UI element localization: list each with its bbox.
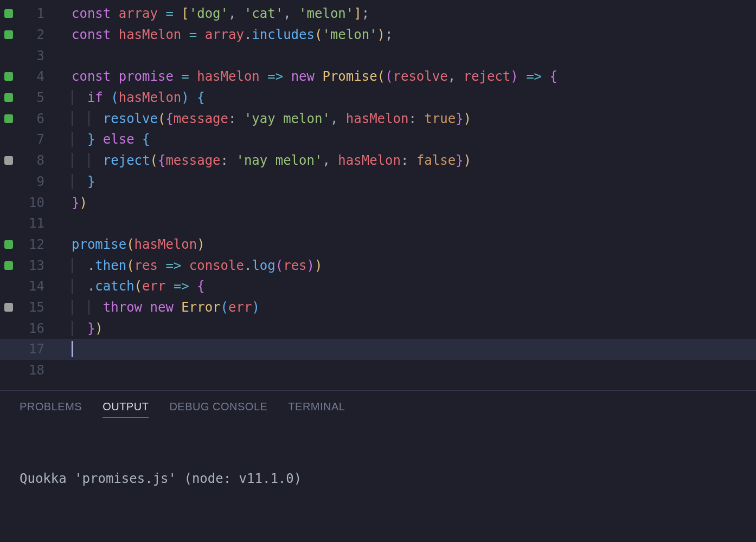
token-var: hasMelon (119, 27, 182, 42)
line-number: 7 (17, 132, 48, 147)
token-br-b: { (197, 90, 204, 105)
editor-line[interactable]: 15 throw new Error(err) (0, 297, 756, 318)
token-br-b: ) (181, 90, 189, 105)
code-content[interactable]: if (hasMelon) { (48, 90, 205, 105)
line-number: 12 (17, 237, 48, 252)
token-punc: : (408, 111, 424, 126)
code-content[interactable]: }) (48, 195, 87, 210)
indent-guide (72, 279, 73, 294)
code-content[interactable]: } else { (48, 132, 150, 147)
code-content[interactable]: const promise = hasMelon => new Promise(… (48, 69, 558, 84)
token-br-b: } (87, 174, 95, 189)
editor-line[interactable]: 14 .catch(err => { (0, 276, 756, 297)
token-fn: includes (252, 27, 315, 42)
editor-line[interactable]: 4const promise = hasMelon => new Promise… (0, 66, 756, 87)
editor-line[interactable]: 18 (0, 360, 756, 381)
code-content[interactable]: promise(hasMelon) (48, 237, 205, 252)
token-op: = (181, 69, 189, 84)
tab-terminal[interactable]: TERMINAL (288, 401, 345, 418)
token-punc (189, 69, 197, 84)
code-editor[interactable]: 1const array = ['dog', 'cat', 'melon'];2… (0, 0, 756, 390)
token-br-y: ( (377, 69, 385, 84)
code-content[interactable]: }) (48, 321, 103, 336)
token-kw: if (87, 90, 103, 105)
editor-line[interactable]: 2const hasMelon = array.includes('melon'… (0, 24, 756, 46)
editor-line[interactable]: 3 (0, 45, 756, 66)
editor-line[interactable]: 13 .then(res => console.log(res)) (0, 255, 756, 276)
code-content[interactable]: reject({message: 'nay melon', hasMelon: … (48, 153, 471, 168)
code-content[interactable] (48, 341, 73, 357)
tab-output[interactable]: OUTPUT (102, 401, 149, 418)
editor-line[interactable]: 17 (0, 339, 756, 360)
editor-line[interactable]: 9 } (0, 171, 756, 192)
line-number: 1 (17, 6, 48, 21)
editor-line[interactable]: 12promise(hasMelon) (0, 234, 756, 255)
token-punc (283, 69, 291, 84)
token-br-p: { (550, 69, 558, 84)
tab-debug-console[interactable]: DEBUG CONSOLE (169, 401, 267, 418)
token-var: res (134, 258, 158, 273)
token-punc (189, 279, 197, 294)
token-punc: . (244, 27, 252, 42)
code-content[interactable]: throw new Error(err) (48, 300, 260, 315)
token-br-y: ) (464, 153, 471, 168)
token-str: 'cat' (244, 6, 283, 21)
code-content[interactable]: resolve({message: 'yay melon', hasMelon:… (48, 111, 471, 126)
token-cls: Error (181, 300, 220, 315)
token-br-y: ( (158, 111, 165, 126)
token-br-y: ] (354, 6, 361, 21)
line-number: 14 (17, 279, 48, 294)
token-kw: new (291, 69, 315, 84)
editor-line[interactable]: 16 }) (0, 318, 756, 339)
line-number: 6 (17, 111, 48, 126)
code-content[interactable]: .catch(err => { (48, 279, 205, 294)
token-kw: const (72, 27, 111, 42)
token-var: err (142, 279, 165, 294)
gutter-marker (0, 9, 17, 18)
output-panel-body[interactable]: Quokka 'promises.js' (node: v11.1.0) { m… (0, 418, 756, 542)
code-content[interactable]: const array = ['dog', 'cat', 'melon']; (48, 6, 369, 21)
token-punc (174, 69, 181, 84)
token-br-p: ) (307, 258, 315, 273)
editor-line[interactable]: 7 } else { (0, 129, 756, 150)
code-content[interactable]: } (48, 174, 95, 189)
token-br-p: ( (385, 69, 393, 84)
token-punc: , (330, 111, 346, 126)
editor-line[interactable]: 6 resolve({message: 'yay melon', hasMelo… (0, 108, 756, 129)
code-content[interactable]: .then(res => console.log(res)) (48, 258, 322, 273)
token-punc: : (221, 153, 236, 168)
token-var: hasMelon (197, 69, 260, 84)
green-square-icon (4, 240, 13, 249)
line-number: 18 (17, 363, 48, 378)
token-punc (95, 132, 102, 147)
gutter-marker (0, 303, 17, 312)
token-br-p: { (165, 111, 173, 126)
editor-line[interactable]: 8 reject({message: 'nay melon', hasMelon… (0, 150, 756, 171)
token-prop: message (165, 153, 220, 168)
token-prop: hasMelon (338, 153, 401, 168)
editor-line[interactable]: 5 if (hasMelon) { (0, 87, 756, 108)
token-kw: else (103, 132, 134, 147)
tab-problems[interactable]: PROBLEMS (20, 401, 82, 418)
token-bool: true (424, 111, 456, 126)
token-br-y: ( (150, 153, 158, 168)
code-content[interactable]: const hasMelon = array.includes('melon')… (48, 27, 393, 42)
editor-line[interactable]: 10}) (0, 192, 756, 213)
token-punc (189, 90, 197, 105)
token-punc: . (244, 258, 252, 273)
line-number: 10 (17, 195, 48, 210)
token-op: => (267, 69, 283, 84)
token-op: = (165, 6, 173, 21)
panel-tabs: PROBLEMS OUTPUT DEBUG CONSOLE TERMINAL (0, 391, 756, 418)
gutter-marker (0, 93, 17, 102)
editor-line[interactable]: 11 (0, 213, 756, 234)
green-square-icon (4, 30, 13, 39)
token-fn: log (252, 258, 275, 273)
token-br-p: } (456, 153, 463, 168)
line-number: 2 (17, 27, 48, 42)
indent-guide (72, 321, 73, 336)
editor-line[interactable]: 1const array = ['dog', 'cat', 'melon']; (0, 3, 756, 24)
token-var: array (205, 27, 244, 42)
token-punc (181, 258, 189, 273)
token-punc (158, 258, 165, 273)
